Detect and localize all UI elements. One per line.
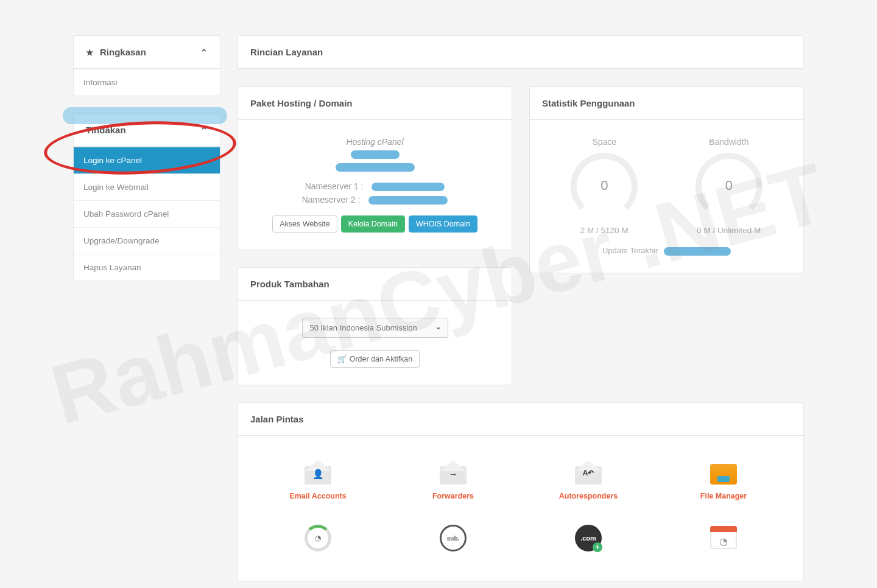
details-title: Rincian Layanan xyxy=(238,36,803,69)
stat-space: Space 2 M / 5120 M xyxy=(542,137,667,235)
summary-title: Ringkasan xyxy=(100,47,146,57)
ns1-label: Nameserver 1 : xyxy=(305,181,364,191)
space-sub: 2 M / 5120 M xyxy=(542,226,667,235)
redacted-update-date xyxy=(664,247,731,256)
shortcut-label: Forwarders xyxy=(386,492,521,500)
ns2-label: Nameserver 2 : xyxy=(302,195,361,205)
stat-bandwidth: Bandwidth 0 M / Unlimited M xyxy=(667,137,792,235)
hosting-type: Hosting cPanel xyxy=(250,137,499,147)
stats-card: Statistik Penggunaan Space 2 M / 5120 M … xyxy=(529,86,804,273)
addon-domains-icon: .com xyxy=(573,525,604,549)
whois-domain-button[interactable]: WHOIS Domain xyxy=(409,215,477,233)
shortcut-backup[interactable]: ◔ xyxy=(250,519,386,575)
sidebar-summary-header[interactable]: ★ Ringkasan ⌃ xyxy=(74,36,220,69)
shortcut-subdomains[interactable]: sub. xyxy=(386,519,521,575)
bandwidth-sub: 0 M / Unlimited M xyxy=(667,226,792,235)
order-activate-button[interactable]: 🛒Order dan Aktifkan xyxy=(330,350,420,368)
kelola-domain-button[interactable]: Kelola Domain xyxy=(341,215,405,233)
sidebar-item-login-webmail[interactable]: Login ke Webmail xyxy=(74,173,220,200)
cart-icon: 🛒 xyxy=(337,355,347,363)
shortcut-email-accounts[interactable]: 👤 Email Accounts xyxy=(250,454,386,519)
space-gauge xyxy=(571,153,638,220)
bandwidth-label: Bandwidth xyxy=(667,137,792,147)
shortcut-label: Email Accounts xyxy=(250,492,386,500)
sidebar-actions-header[interactable]: Tindakan ⌃ xyxy=(74,114,220,147)
space-label: Space xyxy=(542,137,667,147)
sidebar-item-informasi[interactable]: Informasi xyxy=(74,69,220,96)
addon-card: Produk Tambahan 50 Iklan Indonesia Submi… xyxy=(238,267,512,385)
autoresponders-icon: A↶ xyxy=(573,460,604,485)
cron-icon xyxy=(708,525,739,549)
shortcut-label: File Manager xyxy=(656,492,791,500)
sidebar-item-ubah-password[interactable]: Ubah Password cPanel xyxy=(74,200,220,227)
addon-title: Produk Tambahan xyxy=(238,268,512,301)
stats-title: Statistik Penggunaan xyxy=(530,87,803,120)
redacted-domain xyxy=(336,163,415,172)
actions-title: Tindakan xyxy=(86,125,126,135)
update-label: Update Terakhir xyxy=(602,246,658,255)
hosting-card: Paket Hosting / Domain Hosting cPanel Na… xyxy=(238,86,512,250)
subdomains-icon: sub. xyxy=(438,525,468,549)
sidebar-actions-panel: Tindakan ⌃ Login ke cPanel Login ke Webm… xyxy=(73,113,220,281)
shortcut-label: Autoresponders xyxy=(521,492,656,500)
order-btn-label: Order dan Aktifkan xyxy=(350,355,413,363)
redacted-plan xyxy=(351,150,400,159)
email-icon: 👤 xyxy=(303,460,333,485)
file-manager-icon xyxy=(708,460,739,485)
shortcut-addon-domains[interactable]: .com xyxy=(521,519,656,575)
sidebar-item-hapus[interactable]: Hapus Layanan xyxy=(74,254,220,281)
details-card: Rincian Layanan xyxy=(238,35,804,69)
star-icon: ★ xyxy=(86,47,94,57)
shortcuts-title: Jalan Pintas xyxy=(238,403,803,436)
shortcuts-card: Jalan Pintas 👤 Email Accounts → Forwarde… xyxy=(238,402,804,581)
sidebar-item-upgrade[interactable]: Upgrade/Downgrade xyxy=(74,227,220,254)
akses-website-button[interactable]: Akses Website xyxy=(272,215,337,233)
sidebar-item-login-cpanel[interactable]: Login ke cPanel xyxy=(74,147,220,173)
shortcut-autoresponders[interactable]: A↶ Autoresponders xyxy=(521,454,656,519)
shortcut-cron-jobs[interactable] xyxy=(656,519,791,575)
redacted-ns1 xyxy=(372,183,445,191)
chevron-up-icon: ⌃ xyxy=(200,125,208,135)
forwarders-icon: → xyxy=(438,460,468,485)
chevron-up-icon: ⌃ xyxy=(200,47,208,57)
hosting-title: Paket Hosting / Domain xyxy=(238,87,512,120)
backup-icon: ◔ xyxy=(303,525,333,549)
sidebar-summary-panel: ★ Ringkasan ⌃ Informasi xyxy=(73,35,220,96)
addon-select[interactable]: 50 Iklan Indonesia Submission xyxy=(302,318,448,338)
shortcut-forwarders[interactable]: → Forwarders xyxy=(386,454,521,519)
redacted-ns2 xyxy=(368,196,448,205)
shortcut-file-manager[interactable]: File Manager xyxy=(656,454,791,519)
bandwidth-gauge xyxy=(696,153,763,220)
